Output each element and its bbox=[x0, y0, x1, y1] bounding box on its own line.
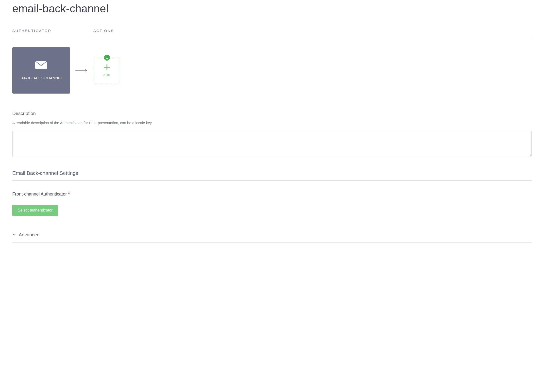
description-help: A readable description of the Authentica… bbox=[12, 121, 532, 125]
arrow-icon bbox=[75, 70, 88, 71]
authenticator-node-label: EMAIL-BACK-CHANNEL bbox=[19, 76, 63, 80]
flow-row: EMAIL-BACK-CHANNEL 1 ADD bbox=[12, 47, 532, 94]
front-channel-label-row: Front-channel Authenticator * bbox=[12, 192, 532, 197]
select-authenticator-button[interactable]: Select authenticator bbox=[12, 205, 58, 216]
authenticator-node[interactable]: EMAIL-BACK-CHANNEL bbox=[12, 47, 70, 94]
add-node-holder: 1 ADD bbox=[94, 58, 120, 83]
envelope-icon bbox=[35, 61, 47, 70]
add-node-label: ADD bbox=[103, 73, 110, 77]
tab-actions[interactable]: Actions bbox=[93, 29, 114, 33]
description-block: Description A readable description of th… bbox=[12, 111, 532, 158]
plus-icon bbox=[104, 64, 110, 71]
front-channel-label: Front-channel Authenticator bbox=[12, 192, 67, 196]
page-title: email-back-channel bbox=[12, 2, 532, 15]
tabs-bar: Authenticator Actions bbox=[12, 29, 532, 38]
advanced-toggle[interactable]: Advanced bbox=[12, 232, 532, 243]
required-star: * bbox=[68, 192, 70, 196]
add-node-button[interactable]: ADD bbox=[94, 58, 120, 83]
description-input[interactable] bbox=[12, 131, 532, 157]
chevron-down-icon bbox=[12, 232, 16, 237]
tab-authenticator[interactable]: Authenticator bbox=[12, 29, 51, 33]
settings-section-title: Email Back-channel Settings bbox=[12, 170, 532, 181]
description-label: Description bbox=[12, 111, 532, 116]
advanced-label: Advanced bbox=[19, 232, 40, 238]
add-badge: 1 bbox=[104, 55, 110, 61]
